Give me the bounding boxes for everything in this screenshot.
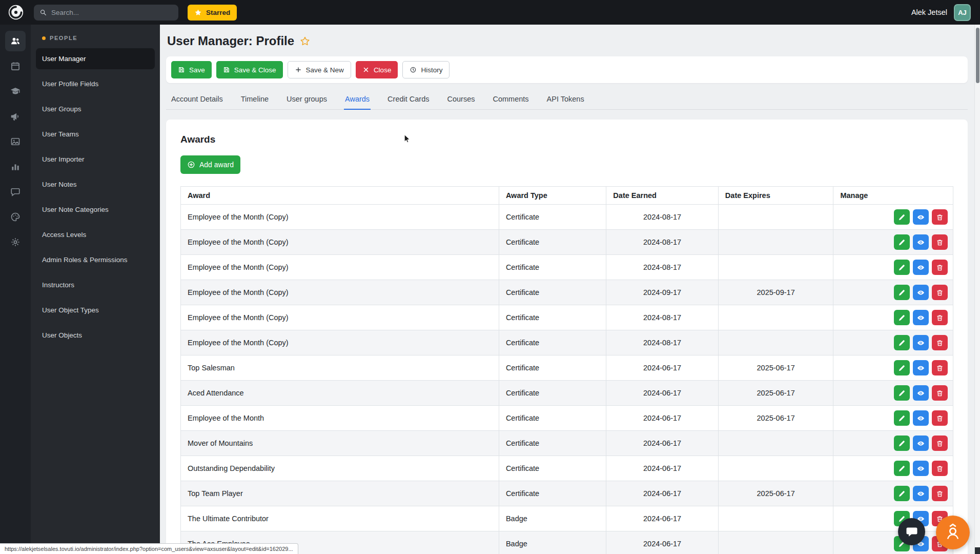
pencil-icon [898,239,906,246]
sidebar-item-user-object-types[interactable]: User Object Types [36,300,155,321]
view-award-button[interactable] [913,285,929,300]
sidebar-item-user-profile-fields[interactable]: User Profile Fields [36,73,155,94]
tab-courses[interactable]: Courses [446,90,476,109]
edit-award-button[interactable] [894,360,910,375]
rail-bar-chart-nav[interactable] [5,156,26,177]
delete-award-button[interactable] [932,285,948,300]
button-label: Save & Close [234,66,276,74]
delete-award-button[interactable] [932,461,948,476]
star-outline-icon[interactable] [300,36,310,46]
chat-bubble-icon [906,526,918,538]
delete-award-button[interactable] [932,335,948,350]
delete-award-button[interactable] [932,385,948,401]
edit-award-button[interactable] [894,461,910,476]
delete-award-button[interactable] [932,234,948,250]
sidebar-item-user-manager[interactable]: User Manager [36,48,155,69]
tovuti-mascot-icon [943,522,963,543]
award-type-cell: Certificate [499,481,606,506]
sidebar-item-user-objects[interactable]: User Objects [36,325,155,346]
delete-award-button[interactable] [932,486,948,501]
edit-award-button[interactable] [894,436,910,451]
history-button[interactable]: History [402,61,450,78]
tovuti-logo-icon[interactable] [7,4,25,21]
scrollbar-thumb[interactable] [976,28,979,83]
award-type-cell: Certificate [499,431,606,456]
edit-award-button[interactable] [894,385,910,401]
close-button[interactable]: Close [356,61,398,78]
view-award-button[interactable] [913,260,929,275]
tab-user-groups[interactable]: User groups [285,90,328,109]
edit-award-button[interactable] [894,260,910,275]
rail-users-nav[interactable] [5,31,26,51]
history-icon [410,66,417,73]
award-row: Top SalesmanCertificate2024-06-172025-06… [181,355,953,381]
view-award-button[interactable] [913,209,929,225]
sidebar-item-user-notes[interactable]: User Notes [36,174,155,195]
edit-award-button[interactable] [894,310,910,325]
delete-award-button[interactable] [932,436,948,451]
sidebar-item-user-note-categories[interactable]: User Note Categories [36,199,155,220]
add-award-button[interactable]: Add award [180,155,240,174]
edit-award-button[interactable] [894,209,910,225]
app-body: PEOPLE User ManagerUser Profile FieldsUs… [0,25,980,554]
delete-award-button[interactable] [932,360,948,375]
save-close-button[interactable]: Save & Close [216,61,283,78]
edit-award-button[interactable] [894,285,910,300]
tab-api-tokens[interactable]: API Tokens [546,90,585,109]
edit-award-button[interactable] [894,486,910,501]
chat-widget-button[interactable] [898,518,925,545]
eye-icon [917,465,925,472]
delete-award-button[interactable] [932,410,948,426]
rail-megaphone-nav[interactable] [5,106,26,127]
edit-award-button[interactable] [894,335,910,350]
view-award-button[interactable] [913,410,929,426]
delete-award-button[interactable] [932,310,948,325]
view-award-button[interactable] [913,486,929,501]
view-award-button[interactable] [913,385,929,401]
sidebar-item-admin-roles-permissions[interactable]: Admin Roles & Permissions [36,249,155,270]
view-award-button[interactable] [913,234,929,250]
view-award-button[interactable] [913,335,929,350]
rail-calendar-nav[interactable] [5,56,26,76]
date-expires-cell [718,305,833,330]
vertical-scrollbar[interactable] [974,25,980,554]
calendar-icon [10,61,21,71]
save-new-button[interactable]: Save & New [288,61,351,78]
sidebar-item-user-importer[interactable]: User Importer [36,149,155,170]
view-award-button[interactable] [913,436,929,451]
award-row: Aced AttendanceCertificate2024-06-172025… [181,381,953,406]
sidebar-item-user-teams[interactable]: User Teams [36,124,155,145]
sidebar-item-instructors[interactable]: Instructors [36,274,155,295]
tab-account-details[interactable]: Account Details [170,90,224,109]
avatar[interactable]: AJ [954,4,971,21]
tovuti-mascot[interactable] [936,516,970,549]
tab-comments[interactable]: Comments [492,90,529,109]
sidebar-item-access-levels[interactable]: Access Levels [36,224,155,245]
award-name-cell: Employee of the Month [181,406,499,431]
award-name-cell: Aced Attendance [181,381,499,406]
view-award-button[interactable] [913,310,929,325]
rail-chat-nav[interactable] [5,182,26,202]
delete-award-button[interactable] [932,260,948,275]
search-input[interactable] [51,9,173,16]
rail-media-nav[interactable] [5,131,26,152]
view-award-button[interactable] [913,461,929,476]
date-earned-cell: 2024-08-17 [606,230,719,255]
trash-icon [936,465,944,472]
edit-award-button[interactable] [894,234,910,250]
tab-credit-cards[interactable]: Credit Cards [386,90,430,109]
award-name-cell: Employee of the Month (Copy) [181,230,499,255]
edit-award-button[interactable] [894,410,910,426]
tab-awards[interactable]: Awards [344,90,371,109]
delete-award-button[interactable] [932,209,948,225]
rail-graduation-cap-nav[interactable] [5,81,26,102]
rail-palette-nav[interactable] [5,207,26,227]
sidebar-item-user-groups[interactable]: User Groups [36,98,155,120]
search-box[interactable] [34,5,178,21]
date-earned-cell: 2024-06-17 [606,431,719,456]
view-award-button[interactable] [913,360,929,375]
save-button[interactable]: Save [171,61,212,78]
starred-button[interactable]: Starred [188,5,237,21]
tab-timeline[interactable]: Timeline [240,90,270,109]
rail-gear-nav[interactable] [5,232,26,252]
